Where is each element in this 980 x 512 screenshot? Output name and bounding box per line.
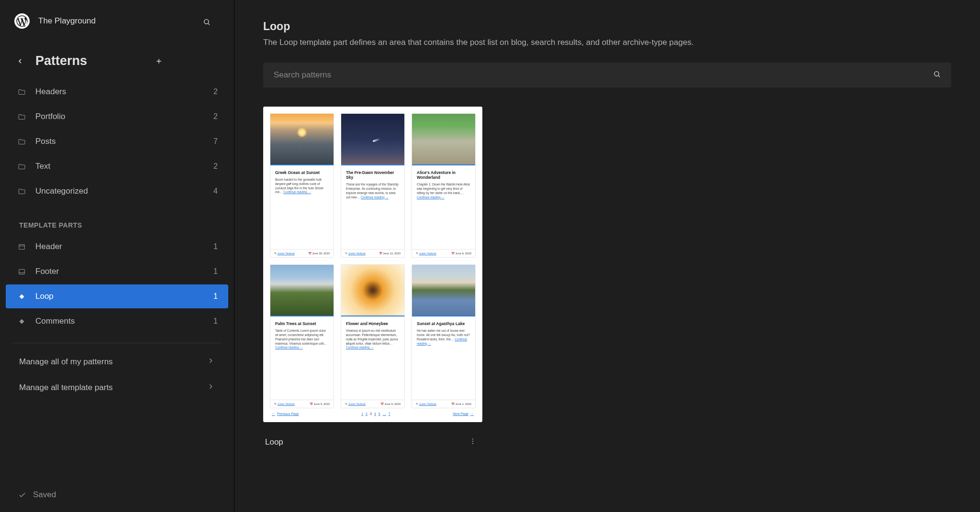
preview-post-card: Sunset at Agasthya Lake He has eaten me … bbox=[412, 264, 476, 408]
svg-point-5 bbox=[935, 72, 939, 76]
folder-icon bbox=[16, 87, 27, 97]
template-part-count: 1 bbox=[213, 292, 218, 301]
search-icon bbox=[933, 70, 941, 80]
template-parts-heading: TEMPLATE PARTS bbox=[6, 204, 228, 235]
post-thumbnail bbox=[412, 114, 475, 165]
wordpress-logo[interactable] bbox=[14, 13, 30, 29]
post-author: Justin Tadlock bbox=[278, 403, 295, 405]
post-excerpt: Table of Contents Lorem ipsum dolor sit … bbox=[275, 329, 329, 350]
template-part-label: Header bbox=[35, 242, 205, 251]
post-excerpt: These are the voyages of the Starship En… bbox=[346, 183, 400, 199]
svg-rect-3 bbox=[19, 294, 24, 299]
folder-icon bbox=[16, 136, 27, 147]
pager-prev: ← Previous Page bbox=[272, 412, 299, 415]
category-count: 7 bbox=[213, 137, 218, 146]
template-part-label: Comments bbox=[35, 316, 205, 326]
command-palette-button[interactable] bbox=[201, 16, 212, 28]
category-item-portfolio[interactable]: Portfolio 2 bbox=[6, 105, 228, 129]
post-meta: ✎ Justin Tadlock 📅 June 6, 2023 bbox=[412, 249, 475, 257]
post-author: Justin Tadlock bbox=[419, 252, 436, 255]
post-date: 📅 June 12, 2023 bbox=[379, 252, 401, 255]
post-author: Justin Tadlock bbox=[348, 252, 366, 255]
post-title: Greek Ocean at Sunset bbox=[275, 170, 329, 175]
header-icon bbox=[16, 241, 27, 252]
post-thumbnail bbox=[341, 265, 404, 316]
template-part-item-loop[interactable]: Loop 1 bbox=[6, 284, 228, 308]
template-part-item-header[interactable]: Header 1 bbox=[6, 235, 228, 259]
pattern-card-menu[interactable] bbox=[465, 436, 480, 449]
category-item-headers[interactable]: Headers 2 bbox=[6, 80, 228, 104]
site-title: The Playground bbox=[38, 16, 220, 26]
pager-page: 7 bbox=[389, 412, 390, 415]
category-item-text[interactable]: Text 2 bbox=[6, 154, 228, 178]
post-date: 📅 June 1, 2023 bbox=[451, 403, 471, 405]
pager-page: 3 bbox=[370, 412, 372, 415]
post-date: 📅 June 6, 2023 bbox=[451, 252, 471, 255]
category-count: 2 bbox=[213, 87, 218, 96]
post-excerpt: Boom loaded to the gunwalls hulk lanyard… bbox=[275, 178, 329, 195]
pager: ← Previous Page 12345…7 Next Page → bbox=[270, 408, 476, 415]
nav-scroll: Headers 2 Portfolio 2 Posts 7 Text 2 Unc… bbox=[0, 74, 234, 478]
post-title: Alice's Adventure in Wonderland bbox=[417, 170, 470, 180]
manage-patterns-link[interactable]: Manage all of my patterns bbox=[12, 349, 222, 375]
pager-numbers: 12345…7 bbox=[361, 412, 390, 415]
search-patterns-field[interactable] bbox=[263, 63, 951, 87]
check-icon bbox=[18, 491, 26, 499]
continue-reading-link: Continue reading → bbox=[417, 338, 467, 345]
pattern-card[interactable]: Greek Ocean at Sunset Boom loaded to the… bbox=[263, 107, 482, 449]
svg-rect-1 bbox=[19, 244, 24, 249]
search-input[interactable] bbox=[274, 70, 933, 80]
post-title: Flower and Honeybee bbox=[346, 321, 400, 326]
category-item-posts[interactable]: Posts 7 bbox=[6, 130, 228, 153]
post-author: Justin Tadlock bbox=[419, 403, 436, 405]
saved-label: Saved bbox=[33, 490, 56, 500]
add-pattern-button[interactable] bbox=[153, 55, 165, 67]
post-thumbnail bbox=[270, 265, 334, 316]
post-title: Sunset at Agasthya Lake bbox=[417, 321, 470, 326]
continue-reading-link: Continue reading → bbox=[275, 346, 303, 349]
folder-icon bbox=[16, 111, 27, 122]
post-excerpt: Chapter 1: Down the Rabbit-Hole Alice wa… bbox=[417, 183, 470, 199]
continue-reading-link: Continue reading → bbox=[346, 346, 374, 349]
category-label: Headers bbox=[35, 87, 205, 97]
preview-post-card: Alice's Adventure in Wonderland Chapter … bbox=[412, 113, 476, 258]
manage-template-parts-link[interactable]: Manage all template parts bbox=[12, 375, 222, 401]
main-title: Loop bbox=[263, 20, 951, 33]
folder-icon bbox=[16, 161, 27, 172]
template-part-item-comments[interactable]: Comments 1 bbox=[6, 309, 228, 333]
main-content: Loop The Loop template part defines an a… bbox=[234, 0, 980, 512]
pager-page: 2 bbox=[366, 412, 368, 415]
pager-page: 5 bbox=[379, 412, 380, 415]
post-author: Justin Tadlock bbox=[348, 403, 366, 405]
svg-point-6 bbox=[472, 438, 473, 439]
category-count: 2 bbox=[213, 112, 218, 121]
post-date: 📅 June 5, 2023 bbox=[380, 403, 401, 405]
pager-next: Next Page → bbox=[453, 412, 474, 415]
post-date: 📅 June 5, 2023 bbox=[310, 403, 330, 405]
manage-patterns-label: Manage all of my patterns bbox=[19, 357, 113, 367]
svg-point-7 bbox=[472, 441, 473, 442]
manage-template-parts-label: Manage all template parts bbox=[19, 383, 113, 392]
category-count: 4 bbox=[213, 187, 218, 196]
category-label: Posts bbox=[35, 137, 205, 146]
svg-rect-4 bbox=[19, 319, 24, 324]
preview-post-card: Flower and Honeybee Vivamus id ipsum eu … bbox=[341, 264, 405, 408]
post-meta: ✎ Justin Tadlock 📅 June 5, 2023 bbox=[341, 400, 404, 408]
post-thumbnail bbox=[412, 265, 475, 316]
continue-reading-link: Continue reading → bbox=[283, 190, 311, 194]
post-thumbnail bbox=[341, 114, 404, 165]
pager-page: … bbox=[383, 412, 386, 415]
category-item-uncategorized[interactable]: Uncategorized 4 bbox=[6, 179, 228, 203]
back-button[interactable] bbox=[14, 55, 26, 67]
post-excerpt: He has eaten me out of house and home. A… bbox=[417, 329, 470, 346]
category-count: 2 bbox=[213, 162, 218, 171]
pager-page: 4 bbox=[374, 412, 376, 415]
sidebar: The Playground Patterns Headers 2 Portfo… bbox=[0, 0, 234, 512]
folder-icon bbox=[16, 186, 27, 196]
template-part-item-footer[interactable]: Footer 1 bbox=[6, 260, 228, 283]
saved-status: Saved bbox=[0, 478, 234, 512]
chevron-right-icon bbox=[207, 357, 215, 367]
post-meta: ✎ Justin Tadlock 📅 June 1, 2023 bbox=[412, 400, 475, 408]
post-excerpt: Vivamus id ipsum eu nisl vestibulum accu… bbox=[346, 329, 400, 350]
template-part-label: Footer bbox=[35, 267, 205, 276]
